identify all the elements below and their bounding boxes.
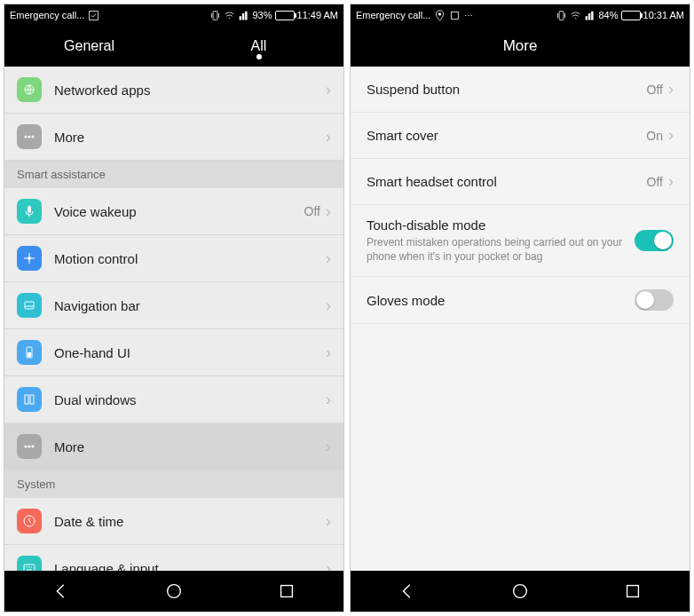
svg-point-20 [438, 12, 441, 15]
nav-recent-button[interactable] [620, 579, 645, 604]
chevron-right-icon: › [326, 512, 331, 531]
signal-icon [238, 10, 249, 21]
row-one-hand-ui[interactable]: One-hand UI › [4, 329, 343, 376]
one-hand-ui-icon [17, 340, 42, 365]
tab-general[interactable]: General [4, 29, 174, 63]
svg-rect-24 [627, 586, 639, 597]
status-bar: Emergency call... 93% 11:49 AM [4, 4, 343, 26]
phone-right: Emergency call... ⋯ 84% 10:31 AM More Su… [350, 4, 690, 612]
chevron-right-icon: › [326, 249, 331, 268]
svg-rect-12 [30, 395, 34, 404]
language-input-icon [17, 556, 42, 571]
row-motion-control[interactable]: Motion control › [4, 235, 343, 282]
motion-control-icon [17, 246, 42, 271]
nav-home-button[interactable] [162, 579, 186, 604]
dual-windows-icon [17, 387, 42, 412]
date-time-icon [17, 509, 42, 533]
nav-home-button[interactable] [508, 579, 532, 604]
tab-all[interactable]: All [174, 29, 343, 63]
vibrate-icon [209, 10, 221, 21]
row-smart-headset[interactable]: Smart headset control Off › [351, 159, 690, 205]
more-dots-icon: ⋯ [464, 11, 473, 20]
svg-rect-19 [281, 586, 293, 597]
navigation-bar-icon [17, 293, 42, 318]
more-icon [17, 124, 42, 149]
row-more-1[interactable]: More › [4, 114, 343, 161]
chevron-right-icon: › [668, 172, 674, 191]
wifi-icon [570, 10, 581, 21]
tab-bar: General All [4, 26, 343, 67]
battery-pct: 84% [598, 10, 618, 20]
svg-rect-0 [90, 11, 99, 20]
svg-point-3 [25, 136, 28, 138]
chevron-right-icon: › [326, 344, 331, 362]
section-system: System [4, 470, 343, 498]
row-more-2[interactable]: More › [4, 423, 343, 470]
svg-point-23 [514, 585, 527, 598]
row-subtitle: Prevent mistaken operations being carrie… [367, 236, 635, 264]
svg-rect-1 [214, 11, 218, 20]
screenshot-icon [449, 10, 461, 21]
nav-recent-button[interactable] [274, 579, 299, 604]
nav-bar [351, 571, 690, 612]
row-label: Smart headset control [367, 174, 647, 189]
more-settings-list[interactable]: Suspend button Off › Smart cover On › Sm… [351, 67, 690, 571]
settings-list[interactable]: Networked apps › More › Smart assistance… [4, 67, 343, 571]
row-value: Off [647, 175, 663, 189]
svg-rect-22 [560, 11, 564, 20]
row-label: Smart cover [367, 128, 646, 143]
chevron-right-icon: › [326, 81, 331, 99]
row-label: Navigation bar [54, 298, 326, 313]
phone-left: Emergency call... 93% 11:49 AM General A… [4, 4, 344, 612]
page-title: More [503, 37, 538, 55]
row-value: On [646, 129, 663, 143]
chevron-right-icon: › [668, 80, 674, 99]
row-dual-windows[interactable]: Dual windows › [4, 376, 343, 423]
row-label: One-hand UI [54, 345, 326, 360]
battery-icon [275, 11, 295, 20]
carrier-label: Emergency call... [10, 10, 84, 20]
touch-disable-toggle[interactable] [635, 230, 674, 251]
row-label: Language & input [54, 561, 326, 572]
clock: 10:31 AM [643, 10, 684, 20]
nav-back-button[interactable] [49, 579, 74, 604]
wifi-icon [224, 10, 235, 21]
svg-rect-21 [452, 12, 459, 19]
title-bar: More [351, 26, 690, 67]
row-smart-cover[interactable]: Smart cover On › [351, 113, 690, 159]
chevron-right-icon: › [326, 391, 331, 409]
svg-rect-6 [28, 206, 31, 213]
row-value: Off [647, 83, 663, 97]
row-navigation-bar[interactable]: Navigation bar › [4, 282, 343, 329]
row-suspend-button[interactable]: Suspend button Off › [351, 67, 690, 113]
row-label: More [54, 130, 326, 145]
row-label: Networked apps [54, 83, 326, 98]
chevron-right-icon: › [326, 296, 331, 315]
signal-icon [584, 10, 595, 21]
nav-back-button[interactable] [395, 579, 420, 604]
section-smart-assistance: Smart assistance [4, 161, 343, 188]
svg-rect-8 [25, 302, 34, 309]
row-gloves-mode[interactable]: Gloves mode [351, 277, 690, 324]
svg-point-4 [28, 136, 31, 138]
row-date-time[interactable]: Date & time › [4, 498, 343, 545]
row-voice-wakeup[interactable]: Voice wakeup Off › [4, 188, 343, 235]
svg-point-14 [28, 446, 31, 448]
svg-rect-11 [25, 395, 28, 404]
row-label: Date & time [54, 514, 326, 529]
row-label: Touch-disable mode [367, 217, 635, 233]
row-label: Dual windows [54, 392, 326, 407]
chevron-right-icon: › [326, 128, 331, 146]
vibrate-icon [556, 10, 567, 21]
voice-wakeup-icon [17, 199, 42, 224]
gloves-mode-toggle[interactable] [635, 289, 674, 311]
svg-point-13 [25, 446, 28, 448]
svg-point-5 [32, 136, 35, 138]
row-networked-apps[interactable]: Networked apps › [4, 67, 343, 114]
chevron-right-icon: › [668, 126, 674, 145]
battery-pct: 93% [252, 10, 272, 20]
row-touch-disable[interactable]: Touch-disable mode Prevent mistaken oper… [351, 205, 690, 277]
row-language-input[interactable]: Language & input › [4, 545, 343, 571]
svg-rect-10 [28, 352, 31, 357]
networked-apps-icon [17, 77, 42, 102]
